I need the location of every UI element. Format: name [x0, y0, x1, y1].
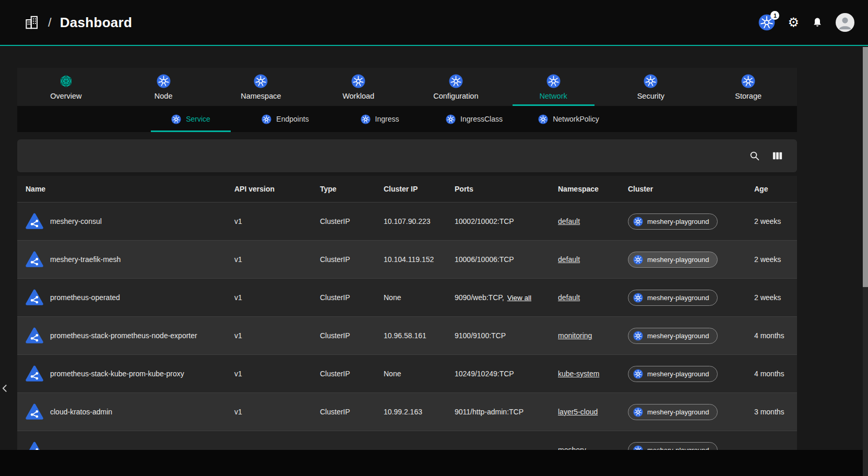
- tab-label: Storage: [735, 92, 762, 100]
- cluster-chip[interactable]: meshery-playground: [628, 213, 718, 230]
- network-subtabs: Service Endpoints Ingress IngressClass N…: [17, 106, 797, 132]
- cluster-chip[interactable]: meshery-playground: [628, 442, 718, 450]
- ports: 10006/10006:TCP: [455, 255, 514, 264]
- cluster-ip: 10.104.119.152: [375, 255, 446, 264]
- ports: 10249/10249:TCP: [455, 370, 514, 378]
- kubernetes-icon: [633, 369, 643, 379]
- top-bar-actions: 1 ⚙: [758, 13, 854, 32]
- tab-label: Namespace: [241, 92, 281, 100]
- column-header-cluster-ip[interactable]: Cluster IP: [375, 185, 446, 193]
- tab-security[interactable]: Security: [602, 68, 700, 106]
- scrollbar[interactable]: [863, 47, 868, 476]
- kubernetes-icon: [741, 74, 755, 88]
- namespace-link[interactable]: monitoring: [558, 331, 592, 340]
- table-row[interactable]: cloud-kratos-admin v1 ClusterIP 10.99.2.…: [17, 392, 797, 431]
- subtab-ingressclass[interactable]: IngressClass: [427, 106, 521, 132]
- namespace-link[interactable]: layer5-cloud: [558, 408, 598, 416]
- kubernetes-icon: [446, 114, 456, 124]
- cluster-chip-label: meshery-playground: [647, 218, 709, 225]
- column-header-name[interactable]: Name: [17, 185, 226, 193]
- age: 2 weeks: [746, 293, 797, 302]
- sidebar-collapse-button[interactable]: [0, 380, 11, 397]
- column-header-api-version[interactable]: API version: [226, 185, 312, 193]
- column-header-age[interactable]: Age: [746, 185, 797, 193]
- cluster-chip-label: meshery-playground: [647, 408, 709, 416]
- subtab-endpoints[interactable]: Endpoints: [238, 106, 332, 132]
- ports: 9100/9100:TCP: [455, 331, 506, 340]
- tab-node[interactable]: Node: [115, 68, 212, 106]
- subtab-service[interactable]: Service: [144, 106, 238, 132]
- service-icon: [26, 327, 43, 344]
- service-type: ClusterIP: [312, 408, 375, 416]
- settings-gear-icon[interactable]: ⚙: [788, 16, 799, 29]
- api-version: v1: [226, 331, 312, 340]
- subtab-label: Ingress: [375, 115, 399, 123]
- cluster-chip[interactable]: meshery-playground: [628, 366, 718, 382]
- breadcrumb: / Dashboard: [24, 15, 132, 31]
- notifications-bell-icon[interactable]: [812, 17, 823, 28]
- service-name: cloud-kratos-admin: [50, 408, 112, 416]
- namespace-link[interactable]: default: [558, 255, 580, 264]
- subtab-networkpolicy[interactable]: NetworkPolicy: [521, 106, 616, 132]
- subtab-ingress[interactable]: Ingress: [332, 106, 427, 132]
- tab-label: Network: [540, 92, 567, 100]
- tab-workload[interactable]: Workload: [310, 68, 407, 106]
- search-icon[interactable]: [749, 150, 760, 161]
- column-header-type[interactable]: Type: [312, 185, 375, 193]
- table-row[interactable]: prometheus-stack-prometheus-node-exporte…: [17, 316, 797, 354]
- view-columns-icon[interactable]: [771, 150, 783, 162]
- table-row[interactable]: prometheus-operated v1 ClusterIP None 90…: [17, 278, 797, 316]
- kubernetes-icon: [633, 293, 643, 303]
- cluster-chip[interactable]: meshery-playground: [628, 290, 718, 306]
- ports: 9090/web:TCP,: [455, 293, 504, 302]
- namespace-link[interactable]: kube-system: [558, 370, 599, 378]
- chevron-left-icon: [0, 383, 10, 394]
- user-avatar[interactable]: [836, 13, 854, 32]
- column-header-ports[interactable]: Ports: [446, 185, 550, 193]
- service-type: ClusterIP: [312, 293, 375, 302]
- cluster-chip-label: meshery-playground: [647, 446, 709, 450]
- tab-overview[interactable]: Overview: [17, 68, 115, 106]
- top-bar: / Dashboard 1 ⚙: [0, 0, 868, 46]
- tab-network[interactable]: Network: [505, 68, 602, 106]
- ports: 10002/10002:TCP: [455, 217, 514, 225]
- cluster-chip[interactable]: meshery-playground: [628, 404, 718, 420]
- resource-category-tabs: Overview Node Namespace Workload Configu…: [17, 68, 797, 106]
- kubernetes-icon: [644, 74, 658, 88]
- kubernetes-icon: [254, 74, 268, 88]
- tab-storage[interactable]: Storage: [699, 68, 797, 106]
- table-row[interactable]: meshery meshery-playground: [17, 431, 797, 450]
- namespace-link[interactable]: default: [558, 217, 580, 225]
- kubernetes-icon: [361, 114, 371, 124]
- namespace-link[interactable]: default: [558, 293, 580, 302]
- column-header-cluster[interactable]: Cluster: [620, 185, 746, 193]
- table-row[interactable]: prometheus-stack-kube-prom-kube-proxy v1…: [17, 354, 797, 392]
- namespace-link[interactable]: meshery: [558, 446, 586, 450]
- service-name: meshery-traefik-mesh: [50, 255, 121, 264]
- view-all-link[interactable]: View all: [507, 294, 531, 302]
- tab-label: Security: [637, 92, 664, 100]
- cluster-chip[interactable]: meshery-playground: [628, 328, 718, 344]
- service-type: ClusterIP: [312, 217, 375, 225]
- table-row[interactable]: meshery-consul v1 ClusterIP 10.107.90.22…: [17, 202, 797, 240]
- cluster-ip: 10.99.2.163: [375, 408, 446, 416]
- ports: 9011/http-admin:TCP: [455, 408, 524, 416]
- organization-logo-icon[interactable]: [24, 15, 40, 30]
- tab-label: Node: [154, 92, 173, 100]
- table-body: meshery-consul v1 ClusterIP 10.107.90.22…: [17, 202, 797, 450]
- kubernetes-icon: [633, 217, 643, 227]
- tab-label: Configuration: [433, 92, 478, 100]
- cluster-chip-label: meshery-playground: [647, 294, 709, 302]
- scrollbar-thumb[interactable]: [863, 47, 868, 287]
- table-header: Name API version Type Cluster IP Ports N…: [17, 176, 797, 202]
- age: 4 months: [746, 331, 797, 340]
- tab-configuration[interactable]: Configuration: [407, 68, 505, 106]
- table-row[interactable]: meshery-traefik-mesh v1 ClusterIP 10.104…: [17, 240, 797, 278]
- column-header-namespace[interactable]: Namespace: [550, 185, 620, 193]
- tab-namespace[interactable]: Namespace: [212, 68, 310, 106]
- service-icon: [26, 365, 43, 383]
- kubernetes-context-button[interactable]: 1: [758, 14, 775, 31]
- kubernetes-icon: [351, 74, 365, 88]
- service-icon: [26, 403, 43, 421]
- cluster-chip[interactable]: meshery-playground: [628, 252, 718, 268]
